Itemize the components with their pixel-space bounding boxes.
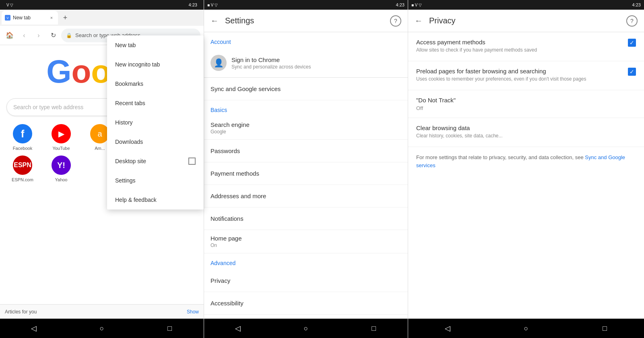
preload-text: Preload pages for faster browsing and se…	[416, 68, 623, 82]
settings-accessibility[interactable]: Accessibility	[204, 292, 408, 315]
status-left-panel3: ■ V ▽	[411, 3, 422, 7]
new-tab[interactable]: V New tab ×	[2, 11, 58, 25]
menu-desktop-site-label: Desktop site	[115, 158, 146, 164]
signin-row[interactable]: 👤 Sign in to Chrome Sync and personalize…	[204, 48, 408, 78]
clear-data-sub: Clear history, cookies, site data, cache…	[416, 133, 636, 139]
payment-content: Payment methods	[211, 170, 401, 177]
tab-close-button[interactable]: ×	[48, 15, 55, 21]
back-nav-button-p3[interactable]: ◁	[438, 319, 457, 338]
tab-label: New tab	[13, 15, 31, 21]
addresses-content: Addresses and more	[211, 193, 401, 199]
section-advanced: Advanced	[204, 253, 408, 270]
home-page-value: On	[211, 243, 401, 248]
privacy-footer: For more settings that relate to privacy…	[408, 147, 644, 176]
bottom-nav-panel3: ◁ ○ □	[408, 319, 644, 338]
signin-title: Sign in to Chrome	[231, 56, 311, 63]
privacy-payment-methods[interactable]: Access payment methods Allow sites to ch…	[408, 32, 644, 61]
back-button[interactable]: ‹	[18, 29, 31, 42]
privacy-dnt[interactable]: "Do Not Track" Off	[408, 90, 644, 118]
menu-recent-tabs-label: Recent tabs	[115, 100, 145, 106]
dnt-title: "Do Not Track"	[416, 97, 636, 104]
payment-methods-checkbox[interactable]: ✓	[628, 39, 636, 47]
privacy-clear-data[interactable]: Clear browsing data Clear history, cooki…	[408, 118, 644, 147]
payment-methods-text: Access payment methods Allow sites to ch…	[416, 39, 623, 53]
settings-home-page[interactable]: Home page On	[204, 230, 408, 253]
sync-title: Sync and Google services	[211, 85, 401, 92]
settings-passwords[interactable]: Passwords	[204, 140, 408, 162]
home-button[interactable]: 🏠	[3, 29, 16, 42]
youtube-icon: ▶	[52, 124, 71, 143]
status-time-panel2: 4:23	[396, 2, 405, 7]
footer-text: For more settings that relate to privacy…	[416, 154, 585, 160]
passwords-title: Passwords	[211, 147, 401, 154]
menu-downloads[interactable]: Downloads	[107, 132, 204, 151]
amazon-icon: a	[90, 124, 109, 143]
settings-sync[interactable]: Sync and Google services	[204, 78, 408, 100]
privacy-header: ← Privacy ?	[408, 10, 644, 32]
menu-new-tab-label: New tab	[115, 42, 136, 48]
notifications-title: Notifications	[211, 215, 401, 222]
settings-back-button[interactable]: ←	[211, 16, 219, 25]
preload-title: Preload pages for faster browsing and se…	[416, 68, 623, 75]
settings-search-engine[interactable]: Search engine Google	[204, 116, 408, 140]
google-letter-o1: o	[71, 53, 91, 90]
recents-nav-button-p3[interactable]: □	[595, 319, 614, 338]
settings-privacy[interactable]: Privacy	[204, 270, 408, 292]
preload-checkbox[interactable]: ✓	[628, 68, 636, 76]
status-right-panel3: 4:23	[632, 2, 641, 7]
passwords-content: Passwords	[211, 147, 401, 154]
menu-new-incognito[interactable]: New incognito tab	[107, 55, 204, 74]
desktop-site-checkbox[interactable]	[188, 158, 196, 165]
shortcut-youtube[interactable]: ▶ YouTube	[45, 124, 77, 151]
shortcut-yahoo[interactable]: Y! Yahoo	[45, 156, 77, 182]
home-nav-button[interactable]: ○	[92, 319, 111, 338]
forward-button[interactable]: ›	[32, 29, 45, 42]
settings-addresses[interactable]: Addresses and more	[204, 185, 408, 207]
recents-nav-button-p2[interactable]: □	[364, 319, 384, 338]
articles-bar: Articles for you Show	[0, 304, 204, 319]
yahoo-icon: Y!	[52, 156, 71, 175]
privacy-help-button[interactable]: ?	[626, 15, 638, 27]
settings-site-settings[interactable]: Site settings	[204, 315, 408, 319]
privacy-back-button[interactable]: ←	[415, 16, 423, 25]
recents-nav-button[interactable]: □	[160, 319, 180, 338]
menu-recent-tabs[interactable]: Recent tabs	[107, 93, 204, 113]
status-icons-left: V ▽	[6, 3, 13, 7]
shortcut-espn[interactable]: ESPN ESPN.com	[6, 156, 39, 182]
menu-desktop-site[interactable]: Desktop site	[107, 151, 204, 171]
menu-settings[interactable]: Settings	[107, 171, 204, 190]
privacy-content: Privacy	[211, 277, 401, 284]
articles-label: Articles for you	[5, 309, 37, 315]
back-nav-button[interactable]: ◁	[24, 319, 43, 338]
avatar-icon: 👤	[211, 55, 227, 71]
menu-help[interactable]: Help & feedback	[107, 190, 204, 209]
sync-content: Sync and Google services	[211, 85, 401, 92]
show-button[interactable]: Show	[187, 309, 199, 315]
youtube-label: YouTube	[52, 146, 70, 151]
accessibility-title: Accessibility	[211, 300, 401, 307]
menu-new-tab[interactable]: New tab	[107, 35, 204, 55]
status-left-panel1: V ▽	[3, 3, 13, 7]
shortcut-facebook[interactable]: f Facebook	[6, 124, 39, 151]
home-nav-button-p2[interactable]: ○	[296, 319, 316, 338]
settings-notifications[interactable]: Notifications	[204, 207, 408, 230]
menu-bookmarks[interactable]: Bookmarks	[107, 74, 204, 93]
privacy-preload[interactable]: Preload pages for faster browsing and se…	[408, 61, 644, 90]
tab-bar: V New tab × +	[0, 10, 204, 26]
clear-data-title: Clear browsing data	[416, 124, 636, 131]
facebook-icon: f	[13, 124, 32, 143]
search-engine-title: Search engine	[211, 121, 401, 128]
settings-help-button[interactable]: ?	[390, 15, 401, 27]
signin-sub: Sync and personalize across devices	[231, 64, 311, 70]
url-lock-icon: 🔒	[66, 33, 72, 38]
home-nav-button-p3[interactable]: ○	[516, 319, 536, 338]
menu-history[interactable]: History	[107, 113, 204, 132]
privacy-title: Privacy	[211, 277, 401, 284]
refresh-button[interactable]: ↻	[47, 29, 60, 42]
back-nav-button-p2[interactable]: ◁	[228, 319, 248, 338]
settings-payment[interactable]: Payment methods	[204, 162, 408, 185]
new-tab-button[interactable]: +	[60, 12, 71, 23]
payment-title: Payment methods	[211, 170, 401, 177]
status-time-panel3: 4:23	[632, 2, 641, 7]
dropdown-menu: New tab New incognito tab Bookmarks Rece…	[107, 35, 204, 209]
